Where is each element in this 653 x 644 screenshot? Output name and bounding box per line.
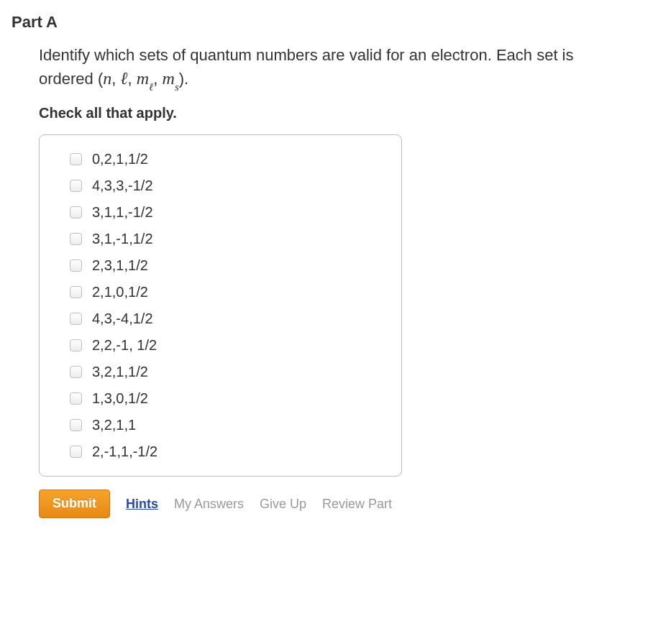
option-row[interactable]: 3,2,1,1 (57, 417, 384, 433)
var-ms-sub: s (175, 81, 179, 93)
my-answers-link[interactable]: My Answers (174, 497, 244, 512)
option-checkbox[interactable] (70, 233, 82, 245)
option-row[interactable]: 3,1,-1,1/2 (57, 231, 384, 247)
var-ml-m: m (137, 69, 149, 88)
var-ms-m: m (163, 69, 175, 88)
option-row[interactable]: 0,2,1,1/2 (57, 151, 384, 167)
option-label: 4,3,-4,1/2 (92, 310, 153, 327)
option-row[interactable]: 2,1,0,1/2 (57, 284, 384, 300)
option-label: 4,3,3,-1/2 (92, 178, 153, 194)
comma3: , (153, 70, 162, 88)
option-label: 3,1,1,-1/2 (92, 204, 153, 221)
option-checkbox[interactable] (70, 419, 82, 431)
part-title: Part A (12, 13, 641, 32)
option-checkbox[interactable] (70, 286, 82, 298)
option-row[interactable]: 3,1,1,-1/2 (57, 204, 384, 221)
option-row[interactable]: 4,3,-4,1/2 (57, 310, 384, 327)
option-checkbox[interactable] (70, 446, 82, 458)
option-checkbox[interactable] (70, 313, 82, 325)
option-label: 2,-1,1,-1/2 (92, 443, 157, 460)
question-text: Identify which sets of quantum numbers a… (39, 45, 585, 92)
option-checkbox[interactable] (70, 180, 82, 192)
option-label: 0,2,1,1/2 (92, 151, 148, 167)
question-suffix: ). (179, 70, 188, 88)
var-ml-sub: ℓ (149, 81, 153, 93)
option-checkbox[interactable] (70, 392, 82, 405)
option-label: 3,2,1,1/2 (92, 364, 148, 380)
check-all-label: Check all that apply. (39, 105, 641, 121)
comma2: , (128, 70, 137, 88)
give-up-link[interactable]: Give Up (260, 497, 306, 512)
option-label: 3,2,1,1 (92, 417, 136, 433)
option-checkbox[interactable] (70, 366, 82, 378)
option-checkbox[interactable] (70, 259, 82, 272)
review-part-link[interactable]: Review Part (322, 497, 392, 512)
submit-button[interactable]: Submit (39, 489, 110, 518)
options-box: 0,2,1,1/2 4,3,3,-1/2 3,1,1,-1/2 3,1,-1,1… (39, 134, 402, 477)
option-label: 3,1,-1,1/2 (92, 231, 153, 247)
option-row[interactable]: 2,3,1,1/2 (57, 257, 384, 274)
hints-link[interactable]: Hints (126, 497, 158, 512)
option-label: 1,3,0,1/2 (92, 390, 148, 407)
actions-row: Submit Hints My Answers Give Up Review P… (39, 489, 641, 518)
option-checkbox[interactable] (70, 153, 82, 165)
option-checkbox[interactable] (70, 339, 82, 351)
option-row[interactable]: 2,2,-1, 1/2 (57, 337, 384, 354)
option-row[interactable]: 3,2,1,1/2 (57, 364, 384, 380)
option-label: 2,3,1,1/2 (92, 257, 148, 274)
var-l: ℓ (121, 69, 128, 88)
option-checkbox[interactable] (70, 206, 82, 218)
comma1: , (111, 70, 120, 88)
option-row[interactable]: 2,-1,1,-1/2 (57, 443, 384, 460)
option-row[interactable]: 4,3,3,-1/2 (57, 178, 384, 194)
option-label: 2,1,0,1/2 (92, 284, 148, 300)
option-row[interactable]: 1,3,0,1/2 (57, 390, 384, 407)
option-label: 2,2,-1, 1/2 (92, 337, 157, 354)
var-n: n (103, 69, 111, 88)
content: Identify which sets of quantum numbers a… (39, 45, 641, 518)
